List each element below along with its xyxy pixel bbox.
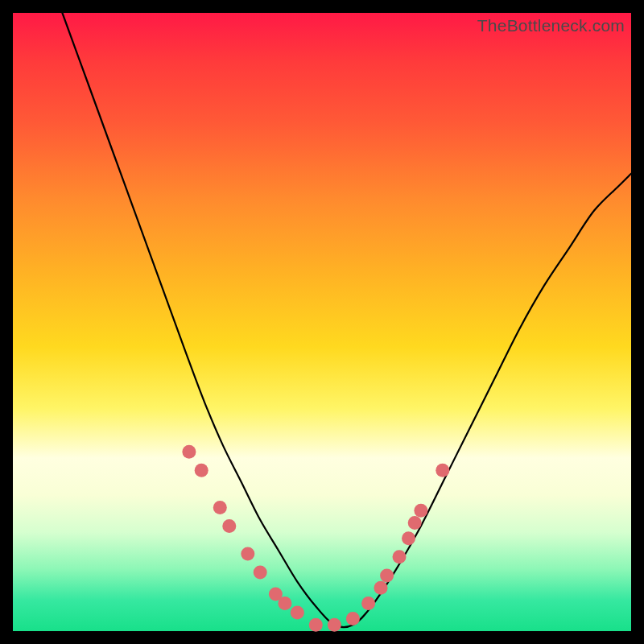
marker-point bbox=[328, 618, 341, 632]
marker-point bbox=[414, 504, 427, 518]
marker-point bbox=[408, 516, 422, 530]
marker-point bbox=[393, 550, 407, 564]
marker-point bbox=[346, 612, 360, 625]
marker-point bbox=[182, 445, 196, 459]
plot-area: TheBottleneck.com bbox=[13, 13, 631, 631]
marker-point bbox=[195, 464, 208, 477]
marker-point bbox=[380, 568, 394, 582]
curve-markers bbox=[182, 445, 449, 632]
marker-point bbox=[402, 531, 415, 545]
marker-point bbox=[222, 519, 236, 533]
chart-svg bbox=[13, 13, 631, 631]
chart-frame: TheBottleneck.com bbox=[0, 0, 644, 644]
marker-point bbox=[436, 464, 449, 477]
marker-point bbox=[213, 501, 227, 514]
marker-point bbox=[254, 566, 267, 580]
marker-point bbox=[278, 597, 291, 610]
marker-point bbox=[291, 606, 304, 620]
marker-point bbox=[374, 581, 388, 595]
marker-point bbox=[309, 618, 323, 632]
marker-point bbox=[241, 547, 254, 561]
bottleneck-curve bbox=[62, 13, 631, 627]
marker-point bbox=[361, 597, 375, 610]
